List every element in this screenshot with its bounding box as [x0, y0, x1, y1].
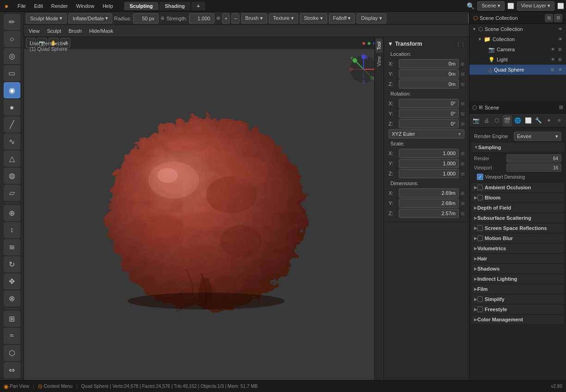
film-header[interactable]: ▶ Film	[471, 284, 564, 294]
sss-header[interactable]: ▶ Subsurface Scattering	[471, 213, 564, 223]
tool-fill[interactable]: ◍	[4, 168, 20, 184]
workspace-shading[interactable]: Shading	[159, 2, 190, 10]
loc-z-copy-icon[interactable]: ⊞	[461, 82, 464, 87]
simplify-checkbox[interactable]	[477, 296, 483, 302]
sub-sculpt[interactable]: Sculpt	[45, 27, 63, 35]
outliner-filter-btn[interactable]: ⊞	[545, 14, 553, 22]
shadows-header[interactable]: ▶ Shadows	[471, 264, 564, 273]
scale-z-icon[interactable]: ⊞	[461, 171, 464, 176]
radius-field[interactable]: 50 px	[133, 13, 158, 24]
dim-x-value[interactable]: 2.69m	[399, 188, 459, 198]
denoising-checkbox[interactable]: ✓	[477, 174, 483, 180]
rot-y-value[interactable]: 0°	[399, 109, 459, 118]
workspace-sculpting[interactable]: Sculpting	[124, 2, 158, 10]
volumetrics-header[interactable]: ▶ Volumetrics	[471, 244, 564, 253]
sub-view[interactable]: View	[27, 27, 42, 35]
loc-y-value[interactable]: 0m	[399, 69, 459, 78]
mb-checkbox[interactable]	[477, 235, 483, 241]
col-vis-eye[interactable]: 👁	[557, 36, 563, 42]
tool-boundary[interactable]: ⊞	[4, 311, 20, 327]
dim-y-value[interactable]: 2.68m	[399, 199, 459, 208]
menu-edit[interactable]: Edit	[30, 2, 47, 10]
outliner-settings-btn[interactable]: ⚙	[554, 14, 562, 22]
viewlayer-selector[interactable]: View Layer ▾	[517, 1, 554, 11]
loc-x-copy-icon[interactable]: ⊞	[461, 61, 464, 66]
props-settings-icon[interactable]: ⊞	[559, 104, 563, 110]
transform-title[interactable]: ▼ Transform ⋮⋮	[387, 39, 466, 49]
rot-z-value[interactable]: 0°	[399, 119, 459, 128]
sampling-header[interactable]: ▼ Sampling	[471, 143, 564, 152]
outliner-camera[interactable]: ▶ 📷 Camera 👁 ⊞	[469, 44, 566, 54]
ssr-header[interactable]: ▶ Screen Space Reflections	[471, 223, 564, 233]
tool-inflate[interactable]: ◉	[4, 82, 20, 98]
tool-scrape[interactable]: ▱	[4, 185, 20, 201]
menu-window[interactable]: Window	[73, 2, 98, 10]
render-samples-value[interactable]: 64	[506, 154, 561, 163]
rot-x-icon[interactable]: ⊞	[461, 101, 464, 106]
cam-vis-restrict[interactable]: ⊞	[557, 46, 563, 53]
strength-field[interactable]: 1.000	[189, 13, 214, 24]
tool-nudge[interactable]: ≋	[4, 239, 20, 255]
ao-checkbox[interactable]	[477, 185, 483, 190]
props-tab-render[interactable]: 📷	[471, 115, 481, 126]
ambient-occlusion-header[interactable]: ▶ Ambient Occlusion	[471, 183, 564, 192]
tool-elastic[interactable]: ⊗	[4, 290, 20, 307]
indirect-lighting-header[interactable]: ▶ Indirect Lighting	[471, 274, 564, 283]
brush-selector[interactable]: Inflate/Deflate ▾	[68, 13, 112, 24]
vp-pan-btn[interactable]: ✋	[49, 38, 59, 48]
rot-y-icon[interactable]: ⊞	[461, 111, 464, 116]
qs-vis-eye[interactable]: 👁	[557, 66, 563, 73]
dim-z-icon[interactable]: ⊞	[461, 211, 464, 216]
display-dropdown[interactable]: Display ▾	[357, 13, 386, 24]
tool-pose[interactable]: ↕	[4, 222, 20, 238]
vp-cam-btn[interactable]: 📷	[37, 38, 47, 48]
bloom-checkbox[interactable]	[477, 195, 483, 200]
tool-transform[interactable]: ⇔	[4, 362, 20, 378]
loc-y-copy-icon[interactable]: ⊞	[461, 72, 464, 77]
rot-x-value[interactable]: 0°	[399, 99, 459, 108]
vp-orbit-btn[interactable]: ↺	[60, 38, 70, 48]
render-engine-select[interactable]: Eevee ▾	[514, 132, 561, 141]
scale-z-value[interactable]: 1.000	[399, 169, 459, 178]
motion-blur-header[interactable]: ▶ Motion Blur	[471, 234, 564, 243]
viewport-samples-value[interactable]: 16	[506, 163, 561, 172]
tool-crease[interactable]: ╱	[4, 116, 20, 133]
bloom-header[interactable]: ▶ Bloom	[471, 193, 564, 202]
outliner-scene-collection[interactable]: ▼ ⬡ Scene Collection 👁	[469, 24, 566, 34]
texture-dropdown[interactable]: Texture ▾	[269, 13, 298, 24]
tool-multi[interactable]: ⊕	[4, 205, 20, 221]
sub-btn[interactable]: −	[231, 13, 239, 24]
freestyle-checkbox[interactable]	[477, 307, 483, 312]
color-management-header[interactable]: ▶ Color Management	[471, 315, 564, 324]
scale-y-value[interactable]: 1.000	[399, 159, 459, 168]
rotation-mode[interactable]: XYZ Euler ▾	[389, 129, 464, 139]
tool-thumb[interactable]: △	[4, 151, 20, 167]
tool-flatten[interactable]: ▭	[4, 65, 20, 81]
outliner-quad-sphere[interactable]: ▶ △ Quad Sphere ⊞ 👁	[469, 65, 566, 75]
dim-z-value[interactable]: 2.57m	[399, 209, 459, 218]
brush-dropdown[interactable]: Brush ▾	[241, 13, 267, 24]
tool-cloth[interactable]: ≈	[4, 328, 20, 344]
freestyle-header[interactable]: ▶ Freestyle	[471, 305, 564, 314]
rot-z-icon[interactable]: ⊞	[461, 121, 464, 127]
scale-y-icon[interactable]: ⊞	[461, 161, 464, 166]
tool-snake[interactable]: ∿	[4, 133, 20, 150]
sub-brush[interactable]: Brush	[67, 27, 84, 35]
props-tab-particles[interactable]: ✦	[544, 115, 554, 126]
tool-blob[interactable]: ●	[4, 99, 20, 115]
props-tab-world[interactable]: 🌐	[513, 115, 523, 126]
menu-render[interactable]: Render	[48, 2, 72, 10]
vis-eye[interactable]: 👁	[557, 26, 563, 32]
menu-file[interactable]: File	[14, 2, 30, 10]
props-tab-physics[interactable]: ⚛	[555, 115, 565, 126]
sub-hidemask[interactable]: Hide/Mask	[87, 27, 115, 35]
loc-z-value[interactable]: 0m	[399, 79, 459, 89]
props-tab-output[interactable]: 🖨	[482, 115, 492, 126]
tool-draw[interactable]: ✏	[4, 14, 20, 30]
outliner-collection[interactable]: ▼ 📁 Collection 👁	[469, 34, 566, 44]
props-tab-scene[interactable]: 🎬	[503, 115, 512, 126]
viewport[interactable]: ⋮ 📷 ✋ ↺ ● ● ● ● User Perspective (1) Qua…	[24, 37, 383, 380]
simplify-header[interactable]: ▶ Simplify	[471, 295, 564, 304]
props-tab-object[interactable]: ⬜	[523, 115, 533, 126]
scene-selector[interactable]: Scene ▾	[477, 1, 504, 11]
